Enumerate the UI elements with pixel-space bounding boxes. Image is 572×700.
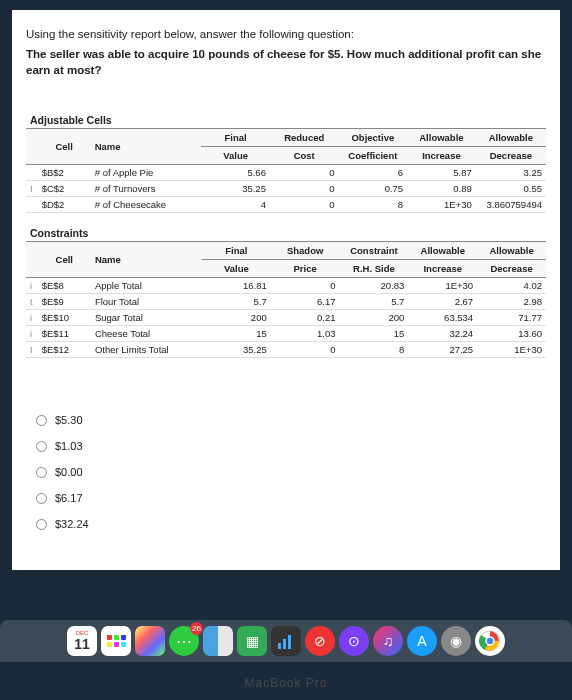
cell-ref: $E$8 xyxy=(38,278,91,294)
col-obj-top: Objective xyxy=(339,129,408,147)
svg-rect-1 xyxy=(283,639,286,649)
shadow-price: 0.21 xyxy=(271,310,340,326)
cell-ref: $E$12 xyxy=(38,342,91,358)
allow-inc: 27.25 xyxy=(408,342,477,358)
chrome-icon[interactable] xyxy=(475,626,505,656)
option-label: $6.17 xyxy=(55,492,83,504)
question-text: The seller was able to acquire 10 pounds… xyxy=(26,46,546,78)
answer-option[interactable]: $0.00 xyxy=(36,466,546,478)
cell-name: # of Apple Pie xyxy=(91,165,202,181)
answer-option[interactable]: $6.17 xyxy=(36,492,546,504)
svg-rect-2 xyxy=(288,635,291,649)
prohibit-icon[interactable]: ⊘ xyxy=(305,626,335,656)
constraints-table: Cell Name Final Shadow Constraint Allowa… xyxy=(26,241,546,358)
table-row: t $E$9 Flour Total 5.7 6.17 5.7 2.67 2.9… xyxy=(26,294,546,310)
messages-icon[interactable]: ⋯ 26 xyxy=(169,626,199,656)
macbook-label: MacBook Pro xyxy=(0,676,572,690)
calendar-icon[interactable]: DEC 11 xyxy=(67,626,97,656)
allow-inc: 2.67 xyxy=(408,294,477,310)
photos-icon[interactable] xyxy=(135,626,165,656)
obj-coef: 6 xyxy=(339,165,408,181)
allow-inc: 1E+30 xyxy=(407,197,476,213)
col-cell-2: Cell xyxy=(38,242,91,278)
col-cell: Cell xyxy=(38,129,91,165)
radio-icon[interactable] xyxy=(36,467,47,478)
adjustable-table: Cell Name Final Reduced Objective Allowa… xyxy=(26,128,546,213)
launchpad-icon[interactable] xyxy=(101,626,131,656)
marker-header xyxy=(26,129,38,165)
cell-ref: $B$2 xyxy=(38,165,91,181)
reduced-cost: 0 xyxy=(270,197,339,213)
constraint-rhs: 8 xyxy=(340,342,409,358)
cell-name: Flour Total xyxy=(91,294,202,310)
table-row: $D$2 # of Cheesecake 4 0 8 1E+30 3.86075… xyxy=(26,197,546,213)
allow-dec: 4.02 xyxy=(477,278,546,294)
table-row: i $E$10 Sugar Total 200 0.21 200 63.534 … xyxy=(26,310,546,326)
cell-ref: $E$9 xyxy=(38,294,91,310)
question-suffix: at most? xyxy=(54,64,102,76)
safari-icon[interactable]: ◉ xyxy=(441,626,471,656)
allow-dec: 13.60 xyxy=(477,326,546,342)
answer-option[interactable]: $5.30 xyxy=(36,414,546,426)
itunes-icon[interactable]: ♫ xyxy=(373,626,403,656)
cell-ref: $D$2 xyxy=(38,197,91,213)
cell-name: Cheese Total xyxy=(91,326,202,342)
col-name: Name xyxy=(91,129,202,165)
radio-icon[interactable] xyxy=(36,441,47,452)
cell-name: Sugar Total xyxy=(91,310,202,326)
cell-ref: $C$2 xyxy=(38,181,91,197)
allow-inc: 5.87 xyxy=(407,165,476,181)
row-marker: i xyxy=(26,278,38,294)
svg-rect-0 xyxy=(278,643,281,649)
row-marker: t xyxy=(26,294,38,310)
radio-icon[interactable] xyxy=(36,415,47,426)
cell-ref: $E$10 xyxy=(38,310,91,326)
final-value: 200 xyxy=(202,310,271,326)
final-value: 4 xyxy=(201,197,270,213)
cell-name: Apple Total xyxy=(91,278,202,294)
allow-dec: 3.25 xyxy=(476,165,546,181)
stocks-icon[interactable] xyxy=(271,626,301,656)
constraints-title: Constraints xyxy=(26,227,546,239)
row-marker: i xyxy=(26,326,38,342)
question-prefix: The seller was able to acquire 10 pounds… xyxy=(26,48,541,76)
table-row: $B$2 # of Apple Pie 5.66 0 6 5.87 3.25 xyxy=(26,165,546,181)
table-row: i $E$11 Cheese Total 15 1.03 15 32.24 13… xyxy=(26,326,546,342)
finder-icon[interactable] xyxy=(203,626,233,656)
shadow-price: 0 xyxy=(271,342,340,358)
col-dec-bot-2: Decrease xyxy=(477,260,546,278)
marker-header-2 xyxy=(26,242,38,278)
constraint-rhs: 15 xyxy=(340,326,409,342)
col-final-bot-2: Value xyxy=(202,260,271,278)
cell-name: # of Turnovers xyxy=(91,181,202,197)
col-dec-top: Allowable xyxy=(476,129,546,147)
row-marker: I xyxy=(26,342,38,358)
allow-inc: 1E+30 xyxy=(408,278,477,294)
dock: DEC 11 ⋯ 26 ▦ ⊘ ⊙ ♫ A ◉ xyxy=(0,620,572,662)
col-dec-top-2: Allowable xyxy=(477,242,546,260)
col-final-top: Final xyxy=(201,129,270,147)
constraint-rhs: 20.83 xyxy=(340,278,409,294)
podcast-icon[interactable]: ⊙ xyxy=(339,626,369,656)
answer-options: $5.30$1.03$0.00$6.17$32.24 xyxy=(36,414,546,530)
appstore-icon[interactable]: A xyxy=(407,626,437,656)
option-label: $32.24 xyxy=(55,518,89,530)
question-page: Using the sensitivity report below, answ… xyxy=(12,10,560,570)
option-label: $5.30 xyxy=(55,414,83,426)
option-label: $0.00 xyxy=(55,466,83,478)
cell-name: # of Cheesecake xyxy=(91,197,202,213)
answer-option[interactable]: $1.03 xyxy=(36,440,546,452)
radio-icon[interactable] xyxy=(36,493,47,504)
obj-coef: 0.75 xyxy=(339,181,408,197)
answer-option[interactable]: $32.24 xyxy=(36,518,546,530)
col-shadow-top: Shadow xyxy=(271,242,340,260)
col-inc-top-2: Allowable xyxy=(408,242,477,260)
radio-icon[interactable] xyxy=(36,519,47,530)
allow-dec: 71.77 xyxy=(477,310,546,326)
final-value: 15 xyxy=(202,326,271,342)
shadow-price: 6.17 xyxy=(271,294,340,310)
col-inc-bot-2: Increase xyxy=(408,260,477,278)
final-value: 35.25 xyxy=(202,342,271,358)
col-con-top: Constraint xyxy=(340,242,409,260)
sheets-icon[interactable]: ▦ xyxy=(237,626,267,656)
